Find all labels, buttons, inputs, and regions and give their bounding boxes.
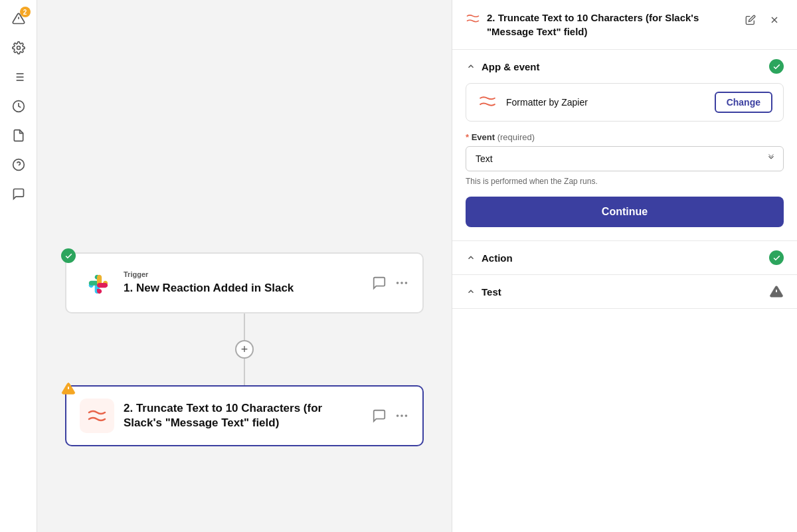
event-select-wrapper: Text bbox=[466, 146, 784, 171]
panel-header-formatter-icon bbox=[466, 12, 480, 29]
app-name: Formatter by Zapier bbox=[506, 97, 707, 108]
svg-point-17 bbox=[397, 414, 399, 417]
sidebar-item-chat[interactable] bbox=[5, 181, 32, 207]
app-event-title: App & event bbox=[482, 61, 764, 72]
svg-point-19 bbox=[405, 414, 408, 417]
alert-badge: 2 bbox=[20, 7, 31, 17]
flow-container: Trigger 1. New Reaction Added in Slack + bbox=[65, 252, 424, 446]
slack-icon bbox=[80, 266, 114, 300]
sidebar: 2 bbox=[0, 0, 37, 532]
formatter-title: 2. Truncate Text to 10 Characters (for S… bbox=[124, 401, 363, 430]
trigger-node[interactable]: Trigger 1. New Reaction Added in Slack bbox=[65, 252, 424, 313]
sidebar-item-settings[interactable] bbox=[5, 35, 32, 61]
right-panel: 2. Truncate Text to 10 Characters (for S… bbox=[452, 0, 797, 532]
panel-header: 2. Truncate Text to 10 Characters (for S… bbox=[452, 0, 797, 50]
formatter-actions bbox=[372, 408, 409, 423]
continue-button[interactable]: Continue bbox=[466, 197, 784, 227]
action-check bbox=[769, 250, 784, 265]
canvas: Trigger 1. New Reaction Added in Slack + bbox=[37, 0, 452, 532]
event-select[interactable]: Text bbox=[466, 146, 784, 171]
close-button[interactable] bbox=[765, 11, 784, 29]
trigger-status-check bbox=[61, 248, 76, 263]
svg-point-12 bbox=[397, 282, 399, 284]
app-event-section: App & event Formatter by Zapier Change *… bbox=[452, 50, 797, 241]
more-icon[interactable] bbox=[395, 276, 409, 290]
app-row-formatter-icon bbox=[477, 92, 498, 113]
sidebar-item-zaps[interactable] bbox=[5, 64, 32, 90]
test-warn bbox=[769, 284, 784, 299]
formatter-status-warn bbox=[61, 381, 76, 396]
edit-button[interactable] bbox=[741, 11, 760, 29]
panel-title: 2. Truncate Text to 10 Characters (for S… bbox=[487, 11, 735, 39]
formatter-node[interactable]: 2. Truncate Text to 10 Characters (for S… bbox=[65, 385, 424, 446]
svg-point-13 bbox=[400, 282, 403, 284]
svg-point-2 bbox=[17, 46, 20, 50]
connector-line-1 bbox=[244, 313, 245, 340]
formatter-icon bbox=[80, 399, 114, 433]
event-hint: This is performed when the Zap runs. bbox=[466, 177, 784, 186]
test-section: Test bbox=[452, 275, 797, 309]
event-label: * Event (required) bbox=[466, 132, 784, 142]
app-event-chevron bbox=[466, 61, 476, 72]
action-title: Action bbox=[482, 252, 764, 264]
svg-point-14 bbox=[405, 282, 408, 284]
trigger-node-content: Trigger 1. New Reaction Added in Slack bbox=[124, 270, 363, 296]
sidebar-item-alerts[interactable]: 2 bbox=[5, 5, 32, 32]
formatter-node-content: 2. Truncate Text to 10 Characters (for S… bbox=[124, 401, 363, 430]
sidebar-item-history[interactable] bbox=[5, 93, 32, 120]
app-row: Formatter by Zapier Change bbox=[466, 83, 784, 122]
trigger-badge: Trigger bbox=[124, 270, 363, 278]
sidebar-item-files[interactable] bbox=[5, 122, 32, 149]
action-section: Action bbox=[452, 241, 797, 275]
trigger-title: 1. New Reaction Added in Slack bbox=[124, 281, 363, 296]
panel-header-actions bbox=[741, 11, 784, 29]
comment-icon-2[interactable] bbox=[372, 408, 387, 423]
change-app-button[interactable]: Change bbox=[715, 92, 772, 113]
test-section-header[interactable]: Test bbox=[452, 275, 797, 308]
action-chevron bbox=[466, 252, 476, 263]
app-event-section-header[interactable]: App & event bbox=[452, 50, 797, 83]
app-event-check bbox=[769, 59, 784, 74]
comment-icon[interactable] bbox=[372, 276, 387, 290]
app-event-body: Formatter by Zapier Change * Event (requ… bbox=[452, 83, 797, 240]
trigger-actions bbox=[372, 276, 409, 290]
test-title: Test bbox=[482, 286, 764, 298]
add-step-button[interactable]: + bbox=[235, 340, 254, 359]
more-icon-2[interactable] bbox=[395, 408, 409, 423]
connector-line-2 bbox=[244, 359, 245, 385]
svg-point-18 bbox=[400, 414, 403, 417]
sidebar-item-help[interactable] bbox=[5, 151, 32, 178]
test-chevron bbox=[466, 286, 476, 297]
action-section-header[interactable]: Action bbox=[452, 241, 797, 274]
